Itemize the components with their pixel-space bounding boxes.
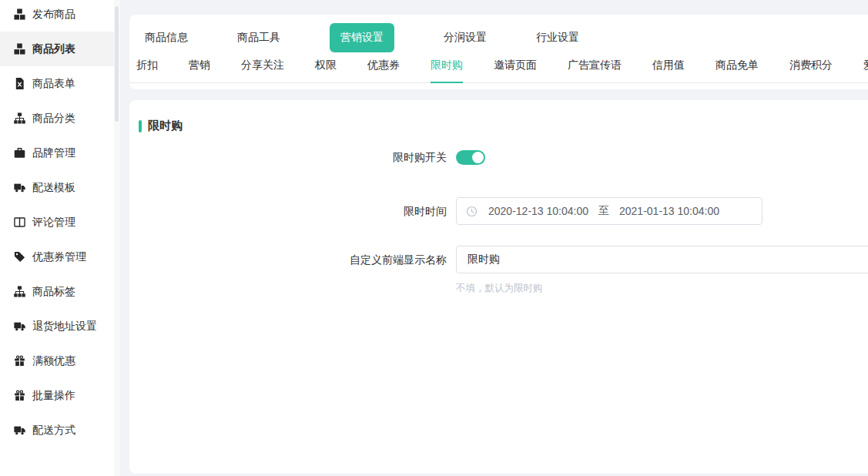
sidebar-item-label: 商品标签 xyxy=(32,285,75,299)
subtab-coupon[interactable]: 优惠券 xyxy=(367,59,400,83)
sidebar-item-label: 满额优惠 xyxy=(32,354,75,368)
sidebar-item-product-form[interactable]: 商品表单 xyxy=(0,66,114,101)
main-tab-bar: 商品信息 商品工具 营销设置 分润设置 行业设置 xyxy=(129,15,868,53)
gift-icon xyxy=(14,390,25,401)
truck-icon xyxy=(14,182,25,193)
sidebar-scrollbar[interactable] xyxy=(114,0,120,476)
flash-sale-form: 限时购开关 限时时间 2020-12-13 10:04:00 至 2021-01… xyxy=(129,150,868,295)
tab-profit-settings[interactable]: 分润设置 xyxy=(444,31,487,45)
truck-icon xyxy=(14,424,25,436)
name-hint: 不填，默认为限时购 xyxy=(456,282,868,295)
subtab-invite-page[interactable]: 邀请页面 xyxy=(494,59,537,83)
sub-tab-bar: 折扣 营销 分享关注 权限 优惠券 限时购 邀请页面 广告宣传语 信用值 商品免… xyxy=(129,59,868,83)
truck-icon xyxy=(14,320,25,332)
start-date[interactable]: 2020-12-13 10:04:00 xyxy=(488,205,588,217)
subtab-clipped[interactable]: 爱 xyxy=(863,59,868,83)
sidebar-menu: 发布商品 商品列表 商品表单 商品分类 品牌管理 配送模板 评论管理 xyxy=(0,0,114,448)
scrollbar-thumb[interactable] xyxy=(115,6,119,122)
subtab-marketing[interactable]: 营销 xyxy=(189,59,210,83)
sidebar-item-full-discount[interactable]: 满额优惠 xyxy=(0,344,114,378)
subtab-product-free[interactable]: 商品免单 xyxy=(716,59,759,83)
sidebar-item-delivery-method[interactable]: 配送方式 xyxy=(0,413,114,448)
section-title: 限时购 xyxy=(148,119,183,133)
flash-sale-toggle[interactable] xyxy=(456,150,485,165)
section-accent-bar xyxy=(139,120,142,132)
tag-icon xyxy=(14,251,25,263)
subtab-credit-value[interactable]: 信用值 xyxy=(652,59,685,83)
columns-icon xyxy=(14,216,25,228)
sidebar-item-label: 优惠券管理 xyxy=(32,250,86,264)
sidebar-item-label: 商品表单 xyxy=(32,77,75,91)
flash-sale-panel: 限时购 限时购开关 限时时间 2020-12-13 10:04:00 至 202… xyxy=(129,100,868,474)
sidebar-item-label: 配送模板 xyxy=(32,181,75,195)
date-range-picker[interactable]: 2020-12-13 10:04:00 至 2021-01-13 10:04:0… xyxy=(456,197,762,225)
tabs-card: 商品信息 商品工具 营销设置 分润设置 行业设置 折扣 营销 分享关注 权限 优… xyxy=(129,15,868,89)
name-field-group: 不填，默认为限时购 xyxy=(456,246,868,295)
sidebar-item-label: 发布商品 xyxy=(32,8,75,22)
subtab-ad-slogan[interactable]: 广告宣传语 xyxy=(568,59,622,83)
file-excel-icon xyxy=(14,78,25,89)
cubes-icon xyxy=(14,8,25,20)
sidebar-item-label: 配送方式 xyxy=(32,424,75,437)
subtab-permissions[interactable]: 权限 xyxy=(315,59,337,83)
sidebar-item-label: 品牌管理 xyxy=(32,146,75,160)
switch-label: 限时购开关 xyxy=(129,150,456,165)
sidebar-item-brand-management[interactable]: 品牌管理 xyxy=(0,136,114,170)
end-date[interactable]: 2021-01-13 10:04:00 xyxy=(619,205,719,217)
subtab-consume-points[interactable]: 消费积分 xyxy=(789,59,833,83)
briefcase-icon xyxy=(14,147,25,159)
sidebar-item-product-list[interactable]: 商品列表 xyxy=(0,32,114,66)
tab-industry-settings[interactable]: 行业设置 xyxy=(536,31,579,45)
tab-product-tools[interactable]: 商品工具 xyxy=(237,31,280,45)
name-label: 自定义前端显示名称 xyxy=(129,246,456,295)
sidebar-item-publish-product[interactable]: 发布商品 xyxy=(0,0,114,32)
sitemap-icon xyxy=(14,286,25,297)
time-label: 限时时间 xyxy=(129,197,456,225)
sitemap-icon xyxy=(14,112,25,124)
sidebar-item-batch-operations[interactable]: 批量操作 xyxy=(0,378,114,413)
sidebar-item-comment-management[interactable]: 评论管理 xyxy=(0,205,114,240)
toggle-knob xyxy=(472,152,484,163)
section-header: 限时购 xyxy=(129,100,868,133)
sidebar-item-label: 商品分类 xyxy=(32,112,75,126)
tab-marketing-settings[interactable]: 营销设置 xyxy=(330,23,394,52)
sidebar-item-coupon-management[interactable]: 优惠券管理 xyxy=(0,240,114,274)
display-name-input[interactable] xyxy=(456,246,868,273)
sidebar-item-return-address[interactable]: 退货地址设置 xyxy=(0,309,114,344)
date-separator: 至 xyxy=(598,204,609,218)
sidebar-item-label: 批量操作 xyxy=(32,389,75,403)
cubes-icon xyxy=(14,43,25,55)
name-row: 自定义前端显示名称 不填，默认为限时购 xyxy=(129,246,868,295)
sidebar-item-product-category[interactable]: 商品分类 xyxy=(0,101,114,136)
time-row: 限时时间 2020-12-13 10:04:00 至 2021-01-13 10… xyxy=(129,197,868,225)
sidebar-item-product-tags[interactable]: 商品标签 xyxy=(0,274,114,309)
switch-row: 限时购开关 xyxy=(129,150,868,165)
sidebar-item-delivery-template[interactable]: 配送模板 xyxy=(0,170,114,205)
subtab-share-follow[interactable]: 分享关注 xyxy=(241,59,284,83)
subtab-discount[interactable]: 折扣 xyxy=(136,59,158,83)
sidebar-item-label: 商品列表 xyxy=(32,42,75,56)
gift-icon xyxy=(14,355,25,367)
tab-product-info[interactable]: 商品信息 xyxy=(145,31,188,45)
subtab-flash-sale[interactable]: 限时购 xyxy=(431,59,463,83)
clock-icon xyxy=(466,206,478,217)
sidebar: 发布商品 商品列表 商品表单 商品分类 品牌管理 配送模板 评论管理 xyxy=(0,0,114,476)
sidebar-item-label: 退货地址设置 xyxy=(32,320,97,334)
sidebar-item-label: 评论管理 xyxy=(32,216,75,230)
